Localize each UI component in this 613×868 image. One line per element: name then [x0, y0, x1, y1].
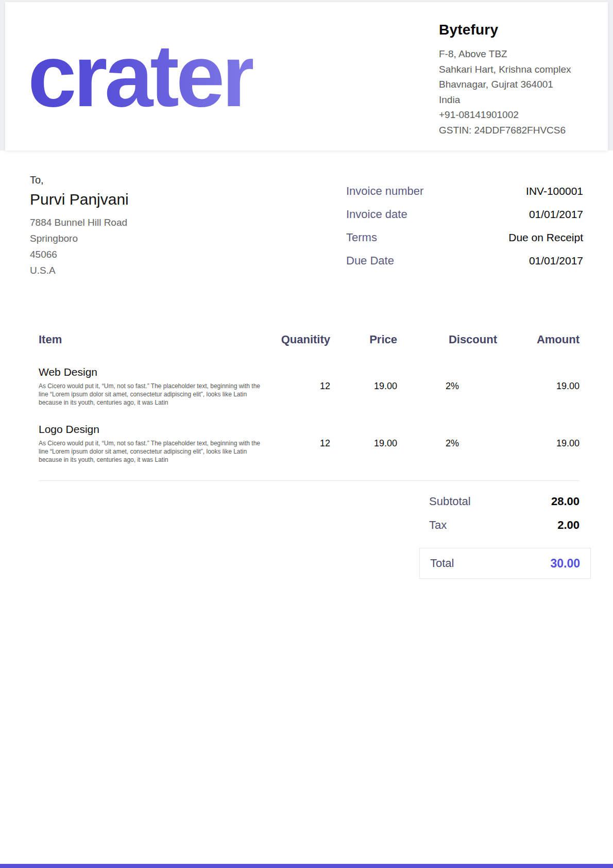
- invoice-date-row: Invoice date 01/01/2017: [346, 207, 583, 222]
- due-date-row: Due Date 01/01/2017: [346, 253, 583, 269]
- column-header-price: Price: [330, 333, 397, 346]
- item-name: Web Design: [39, 366, 276, 378]
- column-header-quantity: Quanitity: [276, 333, 330, 346]
- subtotal-row: Subtotal 28.00: [429, 495, 580, 508]
- company-address-line: Bhavnagar, Gujrat 364001: [439, 77, 613, 92]
- items-table: Item Quanitity Price Discount Amount Web…: [39, 333, 580, 481]
- item-discount: 2%: [397, 438, 497, 449]
- customer-address-line: U.S.A: [30, 262, 129, 278]
- total-label: Total: [430, 557, 454, 570]
- company-phone: +91-08141901002: [439, 107, 613, 123]
- due-date-value: 01/01/2017: [529, 253, 583, 269]
- column-header-amount: Amount: [497, 333, 580, 346]
- invoice-date-label: Invoice date: [346, 207, 407, 222]
- customer-name: Purvi Panjvani: [30, 191, 129, 208]
- total-value: 30.00: [550, 557, 580, 571]
- invoice-number-row: Invoice number INV-100001: [346, 183, 583, 199]
- company-address-line: India: [439, 92, 613, 108]
- terms-label: Terms: [346, 230, 377, 245]
- totals-block: Subtotal 28.00 Tax 2.00: [429, 495, 580, 542]
- customer-address: 7884 Bunnel Hill Road Springboro 45066 U…: [30, 214, 129, 278]
- item-cell: Web Design As Cicero would put it, “Um, …: [39, 366, 276, 407]
- header-card: crater Bytefury F-8, Above TBZ Sahkari H…: [5, 2, 608, 151]
- footer-accent-bar: [0, 864, 613, 868]
- header-zone: crater Bytefury F-8, Above TBZ Sahkari H…: [0, 0, 613, 151]
- due-date-label: Due Date: [346, 253, 394, 269]
- terms-value: Due on Receipt: [508, 230, 583, 245]
- column-header-discount: Discount: [397, 333, 497, 346]
- item-price: 19.00: [330, 438, 397, 449]
- tax-row: Tax 2.00: [429, 519, 580, 532]
- item-description: As Cicero would put it, “Um, not so fast…: [39, 382, 261, 407]
- company-address: F-8, Above TBZ Sahkari Hart, Krishna com…: [439, 46, 613, 138]
- item-amount: 19.00: [497, 438, 580, 449]
- subtotal-value: 28.00: [551, 495, 580, 508]
- item-quantity: 12: [276, 381, 330, 392]
- item-amount: 19.00: [497, 381, 580, 392]
- invoice-meta: Invoice number INV-100001 Invoice date 0…: [346, 183, 583, 276]
- item-discount: 2%: [397, 381, 497, 392]
- item-price: 19.00: [330, 381, 397, 392]
- column-header-item: Item: [39, 333, 276, 346]
- company-name: Bytefury: [439, 22, 613, 38]
- items-table-header: Item Quanitity Price Discount Amount: [39, 333, 580, 346]
- item-description: As Cicero would put it, “Um, not so fast…: [39, 439, 261, 464]
- bill-to-block: To, Purvi Panjvani 7884 Bunnel Hill Road…: [30, 174, 129, 278]
- table-divider: [39, 480, 580, 481]
- invoice-date-value: 01/01/2017: [529, 207, 583, 222]
- table-row: Web Design As Cicero would put it, “Um, …: [39, 366, 580, 407]
- invoice-number-value: INV-100001: [526, 183, 583, 199]
- customer-address-line: 45066: [30, 246, 129, 262]
- item-name: Logo Design: [39, 423, 276, 436]
- invoice-number-label: Invoice number: [346, 183, 423, 199]
- company-block: Bytefury F-8, Above TBZ Sahkari Hart, Kr…: [439, 22, 613, 138]
- company-gstin: GSTIN: 24DDF7682FHVCS6: [439, 123, 613, 138]
- customer-address-line: Springboro: [30, 230, 129, 246]
- subtotal-label: Subtotal: [429, 495, 471, 508]
- bill-to-label: To,: [30, 174, 129, 186]
- item-quantity: 12: [276, 438, 330, 449]
- tax-value: 2.00: [557, 519, 580, 532]
- total-box: Total 30.00: [419, 548, 591, 579]
- invoice-page: crater Bytefury F-8, Above TBZ Sahkari H…: [0, 0, 613, 868]
- terms-row: Terms Due on Receipt: [346, 230, 583, 245]
- customer-address-line: 7884 Bunnel Hill Road: [30, 214, 129, 230]
- tax-label: Tax: [429, 519, 447, 532]
- item-cell: Logo Design As Cicero would put it, “Um,…: [39, 423, 276, 464]
- company-address-line: F-8, Above TBZ: [439, 46, 613, 62]
- crater-logo: crater: [28, 32, 253, 120]
- table-row: Logo Design As Cicero would put it, “Um,…: [39, 423, 580, 464]
- company-address-line: Sahkari Hart, Krishna complex: [439, 62, 613, 77]
